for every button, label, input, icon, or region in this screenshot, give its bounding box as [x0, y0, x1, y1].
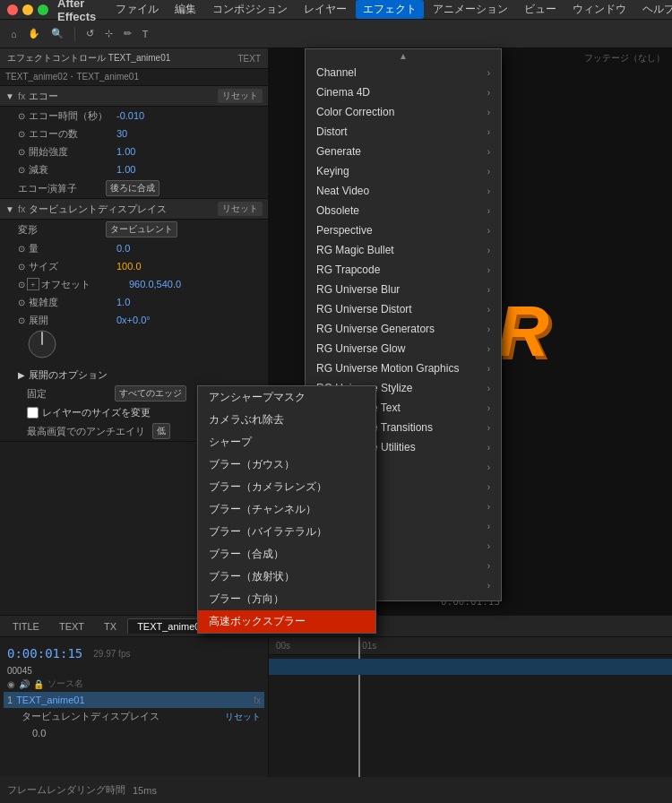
turbulent-antialias-dropdown[interactable]: 低 [152, 423, 170, 439]
submenu-blur-camera[interactable]: ブラー（カメラレンズ） [198, 476, 375, 498]
menu-window[interactable]: ウィンドウ [565, 0, 633, 19]
turbulent-evolve-value[interactable]: 0x+0.0° [116, 315, 151, 325]
turbulent-reset-button[interactable]: リセット [218, 202, 263, 216]
menu-view[interactable]: ビュー [517, 0, 564, 19]
stylize-arrow: › [487, 522, 490, 531]
toolbar-rotate[interactable]: ↺ [82, 26, 98, 41]
turbulent-size-label: サイズ [29, 260, 109, 273]
submenu-blur-radial[interactable]: ブラー（放射状） [198, 566, 375, 588]
turbulent-amount-value[interactable]: 0.0 [116, 243, 130, 254]
timeline-layer-1[interactable]: 1 TEXT_anime01 fx [4, 692, 264, 708]
turbulent-complexity-value[interactable]: 1.0 [116, 297, 130, 307]
echo-start-value[interactable]: 1.00 [116, 146, 135, 157]
menu-item-rg-universe-motion[interactable]: RG Universe Motion Graphics› [306, 358, 501, 378]
minimize-button[interactable] [22, 4, 33, 15]
menu-item-rg-magic-bullet[interactable]: RG Magic Bullet› [306, 240, 501, 260]
rg-universe-motion-arrow: › [487, 364, 490, 374]
menu-layer[interactable]: レイヤー [297, 0, 354, 19]
toolbar-text[interactable]: T [139, 27, 152, 41]
timeline-solo-icon[interactable]: ◉ [7, 679, 15, 689]
echo-count-value[interactable]: 30 [116, 128, 127, 139]
menu-help[interactable]: ヘルプ [635, 0, 672, 19]
status-render-time: 15ms [133, 785, 157, 796]
toolbar-pen[interactable]: ✏ [120, 26, 135, 41]
echo-reset-button[interactable]: リセット [218, 89, 263, 103]
turbulent-amount-row: ⊙ 量 0.0 [0, 239, 268, 257]
tab-title[interactable]: TITLE [4, 619, 48, 634]
turbulent-amount-label: 量 [29, 242, 109, 255]
maximize-button[interactable] [38, 4, 48, 15]
menu-file[interactable]: ファイル [108, 0, 166, 19]
submenu-blur-gauss[interactable]: ブラー（ガウス） [198, 453, 375, 476]
turbulent-resize-checkbox[interactable] [27, 407, 39, 419]
dropdown-scroll-up[interactable]: ▲ [306, 49, 501, 63]
turbulent-fixed-dropdown[interactable]: すべてのエッジ [115, 385, 186, 402]
submenu-fast-box-blur[interactable]: 高速ボックスブラー [198, 610, 375, 633]
menu-item-keying[interactable]: Keying› [306, 161, 501, 181]
turbulent-type-label: 変形 [18, 223, 99, 237]
tab-tx[interactable]: TX [95, 619, 125, 634]
panel-header-title: エフェクトコントロール TEXT_anime01 [7, 52, 170, 65]
turbulent-options-header[interactable]: ▶ 展開のオプション [0, 366, 268, 384]
echo-op-row: エコー演算子 後ろに合成 [0, 178, 268, 198]
tab-text[interactable]: TEXT [50, 619, 93, 634]
turbulent-size-value[interactable]: 100.0 [116, 261, 142, 272]
timeline-ruler-mark-00s: 00s [276, 641, 290, 651]
submenu-blur-compound[interactable]: ブラー（合成） [198, 543, 375, 566]
submenu-camera-warp[interactable]: カメラぶれ除去 [198, 409, 375, 431]
menu-item-cinema4d[interactable]: Cinema 4D› [306, 82, 501, 102]
toolbar: ⌂ ✋ 🔍 ↺ ⊹ ✏ T [0, 20, 672, 48]
footage-label: フッテージ（なし） [584, 52, 665, 65]
fx-turbulent-header[interactable]: ▼ fx タービュレントディスプレイス リセット [0, 199, 268, 220]
menu-item-perspective[interactable]: Perspective› [306, 220, 501, 240]
menu-item-channel[interactable]: Channel› [306, 63, 501, 82]
turbulent-complexity-stopwatch: ⊙ [18, 298, 25, 307]
turbulent-label: タービュレントディスプレイス [29, 203, 167, 216]
video-copilot-arrow: › [487, 600, 490, 601]
menu-item-rg-trapcode[interactable]: RG Trapcode› [306, 260, 501, 280]
timeline-right-panel: 00s 01s [269, 637, 672, 777]
echo-decay-value[interactable]: 1.00 [116, 164, 135, 175]
menu-bar: After Effects ファイル 編集 コンポジション レイヤー エフェクト… [0, 0, 672, 20]
toolbar-pan[interactable]: ⊹ [101, 26, 116, 41]
timeline-layer-bar-1 [269, 659, 672, 675]
submenu-blur-channel[interactable]: ブラー（チャンネル） [198, 498, 375, 521]
menu-item-generate[interactable]: Generate› [306, 142, 501, 161]
menu-item-rg-universe-glow[interactable]: RG Universe Glow› [306, 339, 501, 358]
menu-item-distort[interactable]: Distort› [306, 122, 501, 142]
timeline-lock-icon[interactable]: 🔒 [33, 679, 44, 689]
turbulent-offset-value[interactable]: 960.0,540.0 [129, 279, 181, 289]
menu-edit[interactable]: 編集 [168, 0, 203, 19]
echo-time-value[interactable]: -0.010 [116, 110, 144, 121]
menu-item-rg-universe-generators[interactable]: RG Universe Generators› [306, 319, 501, 339]
submenu-blur-bilateral[interactable]: ブラー（バイラテラル） [198, 521, 375, 543]
submenu-unsharp[interactable]: アンシャープマスク [198, 386, 375, 409]
timeline-audio-icon[interactable]: 🔊 [19, 679, 30, 689]
fx-echo-header[interactable]: ▼ fx エコー リセット [0, 86, 268, 107]
timeline-panel: TITLE TEXT TX TEXT_anime01 0:00:01:15 29… [0, 615, 672, 776]
toolbar-home[interactable]: ⌂ [7, 27, 21, 41]
echo-op-dropdown[interactable]: 後ろに合成 [106, 180, 159, 196]
menu-item-color-correction[interactable]: Color Correction› [306, 102, 501, 122]
timeline-layer-3[interactable]: 0.0 [4, 725, 264, 741]
simulation-arrow: › [487, 502, 490, 512]
echo-decay-row: ⊙ 減衰 1.00 [0, 160, 268, 178]
timeline-layer-2[interactable]: タービュレントディスプレイス リセット [4, 708, 264, 725]
submenu-blur-direction[interactable]: ブラー（方向） [198, 588, 375, 610]
rg-universe-blur-arrow: › [487, 285, 490, 295]
rg-universe-stylize-arrow: › [487, 384, 490, 393]
turbulent-evolve-dial[interactable] [27, 329, 57, 359]
close-button[interactable] [7, 4, 18, 15]
menu-effects[interactable]: エフェクト [356, 0, 424, 19]
menu-item-rg-universe-blur[interactable]: RG Universe Blur› [306, 280, 501, 299]
menu-animation[interactable]: アニメーション [426, 0, 515, 19]
toolbar-zoom[interactable]: 🔍 [47, 26, 67, 41]
menu-item-neat-video[interactable]: Neat Video› [306, 181, 501, 201]
menu-item-obsolete[interactable]: Obsolete› [306, 201, 501, 220]
menu-item-rg-universe-distort[interactable]: RG Universe Distort› [306, 299, 501, 319]
toolbar-hand[interactable]: ✋ [24, 26, 44, 41]
turbulent-type-dropdown[interactable]: タービュレント [106, 221, 177, 237]
menu-composition[interactable]: コンポジション [205, 0, 295, 19]
layer-2-reset[interactable]: リセット [225, 711, 261, 723]
submenu-sharp[interactable]: シャープ [198, 431, 375, 453]
